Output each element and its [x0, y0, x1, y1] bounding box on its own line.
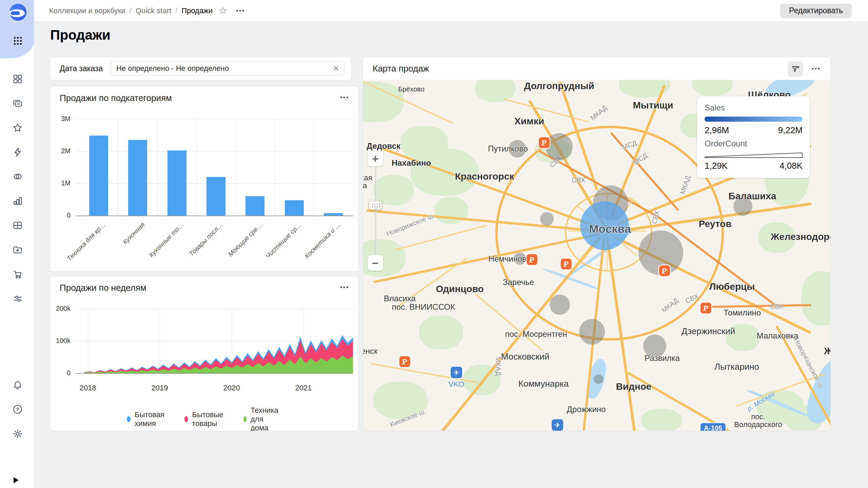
map-town-label: Московский — [501, 352, 549, 361]
airport-marker[interactable]: ✈ — [451, 367, 462, 378]
x-axis-tick-label: 2021 — [295, 384, 312, 392]
sidebar-item-storage[interactable] — [12, 244, 23, 255]
page-title: Продажи — [50, 27, 111, 43]
edit-button[interactable]: Редактировать — [780, 4, 852, 18]
ruble-marker[interactable]: Р — [659, 265, 670, 276]
y-axis-tick-label: 0 — [50, 369, 71, 377]
map-town-label: Брёхово — [398, 86, 425, 93]
map-clear-filter-button[interactable] — [788, 61, 803, 77]
map-town-label: Химки — [514, 116, 544, 126]
sales-bubble[interactable] — [546, 133, 573, 160]
sales-bubble[interactable] — [540, 212, 554, 226]
bar[interactable] — [245, 196, 264, 216]
sales-max: 9,22M — [778, 125, 803, 136]
bar[interactable] — [324, 213, 343, 216]
map-zoom-out-button[interactable]: − — [368, 255, 383, 271]
x-category-label: Кухонная — [121, 221, 146, 246]
breadcrumb-current: Продажи — [181, 6, 213, 15]
weekly-chart-card: Продажи по неделям ••• 200k100k020182019… — [50, 277, 358, 431]
y-axis-tick-label: 0 — [50, 211, 71, 219]
gridline — [157, 119, 158, 216]
map-zoom-slider[interactable] — [375, 167, 376, 254]
bar[interactable] — [128, 140, 147, 216]
sidebar-item-favorites[interactable] — [12, 122, 23, 133]
sidebar-item-dashboards[interactable] — [12, 220, 23, 231]
x-category-label: Кухонные то… — [147, 221, 185, 259]
legend-color-dot — [184, 416, 188, 422]
stacked-area-series[interactable] — [79, 309, 353, 373]
ruble-marker[interactable]: Р — [539, 137, 550, 148]
logo-block — [0, 0, 34, 58]
map-town-label: енск — [363, 347, 378, 355]
map-town-label: Павловская Слобода — [363, 174, 372, 189]
date-filter-value: Не определено - Не определено — [116, 64, 229, 73]
map-card: Карта продаж ••• МКАДМКАДМКАДМКАДМСДМСДС… — [363, 57, 830, 431]
legend-item: Бытовые товары — [184, 410, 226, 428]
help-icon[interactable]: ? — [12, 404, 23, 415]
bar[interactable] — [89, 136, 108, 216]
sales-bubble[interactable] — [594, 374, 603, 384]
map-town-label: Железнодорожный — [771, 232, 830, 242]
sidebar-item-workbooks[interactable] — [12, 74, 23, 84]
apps-grid-icon[interactable] — [13, 36, 22, 45]
map-town-label: Малаховка — [756, 331, 798, 340]
map-town-label: Дрожжино — [567, 405, 606, 413]
map-town-label: Москва — [589, 223, 631, 235]
gridline — [196, 119, 197, 216]
y-axis-tick-label: 1M — [50, 179, 71, 187]
bar[interactable] — [167, 150, 186, 216]
sidebar-item-charts[interactable] — [12, 196, 23, 206]
sales-bubble[interactable] — [579, 319, 605, 345]
breadcrumb-more-menu[interactable]: ••• — [236, 7, 245, 14]
breadcrumb-workbook[interactable]: Quick start — [136, 6, 171, 15]
map-town-label: Балашиха — [729, 191, 776, 201]
sidebar: ? — [0, 0, 34, 488]
green-area — [475, 80, 516, 102]
map-menu[interactable]: ••• — [812, 65, 821, 72]
sidebar-item-marketplace[interactable] — [12, 269, 23, 280]
ruble-marker[interactable]: Р — [527, 254, 537, 265]
map-town-label: Нахабино — [392, 159, 431, 167]
map-town-label: Путилково — [488, 144, 528, 153]
ruble-marker[interactable]: Р — [561, 259, 572, 269]
gridline — [314, 119, 314, 216]
map-town-label: Одинцово — [436, 284, 484, 294]
notifications-bell-icon[interactable] — [12, 380, 23, 390]
road-label: МКАД — [589, 104, 609, 122]
bar[interactable] — [206, 177, 225, 216]
airport-marker[interactable]: ✈ — [552, 419, 563, 431]
sidebar-item-collections[interactable] — [12, 98, 23, 109]
gridline — [76, 216, 353, 216]
sidebar-item-datasets[interactable] — [12, 171, 23, 182]
map-zoom-in-button[interactable]: + — [368, 151, 383, 166]
clear-filter-icon[interactable]: × — [333, 64, 339, 73]
settings-gear-icon[interactable] — [12, 428, 23, 439]
map-zoom-handle[interactable] — [369, 200, 382, 210]
x-category-label: Моющие сре… — [226, 221, 264, 258]
sidebar-item-connections[interactable] — [12, 147, 23, 158]
green-area — [801, 271, 830, 326]
legend-sales-label: Sales — [705, 103, 803, 113]
sidebar-item-services[interactable] — [12, 293, 23, 304]
bar[interactable] — [285, 200, 304, 216]
sales-bubble[interactable] — [550, 294, 570, 315]
svg-text:?: ? — [16, 406, 19, 412]
dashboard-content: Продажи Дата заказа Не определено - Не о… — [34, 22, 868, 488]
date-filter-input[interactable]: Не определено - Не определено × — [111, 61, 344, 76]
datalens-logo[interactable] — [9, 3, 27, 21]
map-town-label: Красногорск — [455, 171, 514, 181]
expand-arrow-icon[interactable] — [14, 477, 19, 483]
road-number-badge: А-105 — [701, 423, 726, 431]
x-axis-tick-label: 2019 — [152, 384, 168, 392]
favorite-star-icon[interactable]: ☆ — [219, 5, 227, 16]
ruble-marker[interactable]: Р — [399, 356, 410, 367]
ordercount-max: 4,08K — [780, 161, 803, 171]
map-canvas[interactable]: МКАДМКАДМКАДМКАДМСДМСДСВХСВХСВХСВХСВХНов… — [363, 80, 830, 431]
y-axis-tick-label: 100k — [50, 337, 71, 345]
bar-chart-plot: 3M2M1M0Техника для кр…КухоннаяКухонные т… — [50, 87, 358, 271]
map-town-label: Видное — [616, 382, 652, 391]
breadcrumb-collections[interactable]: Коллекции и воркбуки — [49, 6, 125, 15]
map-town-label: Развилка — [645, 354, 680, 362]
ruble-marker[interactable]: Р — [701, 303, 711, 313]
gridline — [76, 119, 353, 119]
